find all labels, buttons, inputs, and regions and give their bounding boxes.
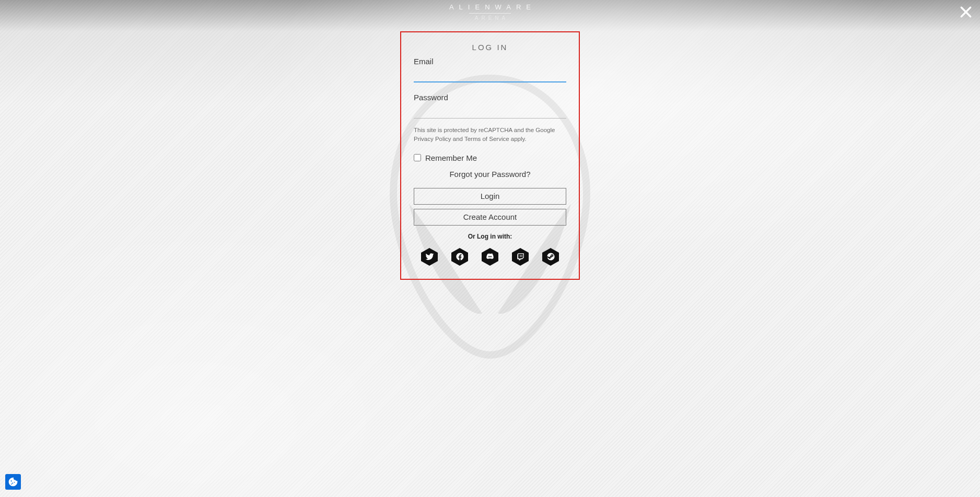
brand-divider bbox=[469, 13, 511, 14]
email-input[interactable] bbox=[414, 67, 566, 82]
login-steam-button[interactable] bbox=[541, 247, 560, 266]
social-login-row bbox=[414, 247, 566, 266]
brand-subname: ARENA bbox=[444, 15, 536, 21]
svg-point-8 bbox=[11, 483, 12, 484]
privacy-policy-link[interactable]: Privacy Policy bbox=[414, 136, 451, 142]
close-button[interactable] bbox=[959, 5, 973, 21]
discord-icon bbox=[485, 252, 495, 262]
twitter-icon bbox=[425, 252, 434, 261]
recaptcha-text-pre: This site is protected by reCAPTCHA and … bbox=[414, 127, 555, 133]
login-button[interactable]: Login bbox=[414, 188, 566, 205]
remember-me-label: Remember Me bbox=[425, 153, 477, 162]
login-discord-button[interactable] bbox=[481, 247, 499, 266]
login-twitter-button[interactable] bbox=[420, 247, 439, 266]
password-input[interactable] bbox=[414, 103, 566, 119]
brand-name: ALIENWARE bbox=[444, 3, 536, 11]
login-panel: LOG IN Email Password This site is prote… bbox=[400, 31, 580, 280]
forgot-password-link[interactable]: Forgot your Password? bbox=[414, 170, 566, 179]
terms-of-service-link[interactable]: Terms of Service bbox=[464, 136, 509, 142]
recaptcha-text-and: and bbox=[451, 136, 464, 142]
email-label: Email bbox=[414, 57, 566, 66]
steam-icon bbox=[546, 252, 555, 261]
recaptcha-notice: This site is protected by reCAPTCHA and … bbox=[414, 126, 566, 144]
create-account-button[interactable]: Create Account bbox=[414, 209, 566, 226]
remember-me-row[interactable]: Remember Me bbox=[414, 153, 566, 162]
close-icon bbox=[959, 5, 973, 19]
cookie-icon bbox=[8, 477, 18, 487]
brand-logo: ALIENWARE ARENA bbox=[444, 3, 536, 21]
password-label: Password bbox=[414, 93, 566, 102]
twitch-icon bbox=[517, 253, 524, 261]
cookie-preferences-button[interactable] bbox=[5, 474, 21, 490]
svg-point-6 bbox=[12, 482, 13, 483]
login-facebook-button[interactable] bbox=[450, 247, 469, 266]
or-login-label: Or Log in with: bbox=[414, 233, 566, 240]
login-twitch-button[interactable] bbox=[511, 247, 530, 266]
svg-point-7 bbox=[14, 482, 15, 483]
remember-me-checkbox[interactable] bbox=[414, 154, 421, 161]
svg-point-5 bbox=[11, 480, 12, 481]
facebook-icon bbox=[456, 252, 464, 261]
panel-title: LOG IN bbox=[414, 43, 566, 52]
recaptcha-text-post: apply. bbox=[509, 136, 527, 142]
